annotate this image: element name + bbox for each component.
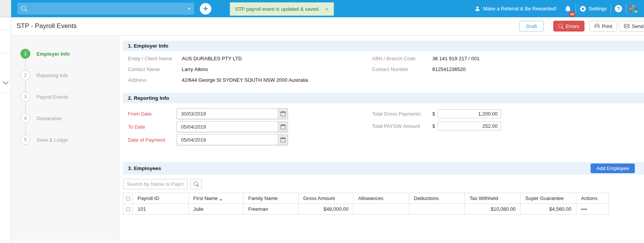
column-label: Gross Amount <box>303 195 335 201</box>
search-icon <box>21 6 27 12</box>
reporting-totals: Total Gross Payments $ Total PAYGW Amoun… <box>372 108 501 147</box>
contact-number-label: Contact Number <box>372 66 432 73</box>
abn-branch-value: 36 141 919 217 / 001 <box>432 55 644 62</box>
table-row: 101 Julie Freeman $48,000.00 $10,080.00 … <box>123 204 609 215</box>
calendar-icon[interactable] <box>278 108 288 119</box>
payment-date-input[interactable] <box>177 134 278 145</box>
send-mail-button[interactable]: Send M <box>619 21 644 31</box>
reporting-dates: From Date To Date Date of Pa <box>123 108 293 147</box>
cell-family-name: Freeman <box>244 204 299 215</box>
from-date-group <box>177 108 288 119</box>
divider <box>0 93 11 93</box>
contact-number-value: 612541236520 <box>432 66 644 73</box>
contact-name-value: Larry Atkins <box>182 66 372 73</box>
step-number: 3 <box>20 92 30 102</box>
divider <box>0 30 11 30</box>
draft-label: Draft <box>526 23 537 29</box>
from-date-label: From Date <box>123 111 177 117</box>
wizard-step-declaration[interactable]: 4 Declaration <box>20 113 62 123</box>
envelope-icon <box>624 23 629 29</box>
to-date-input[interactable] <box>177 121 278 132</box>
apps-grid-icon[interactable] <box>629 5 637 13</box>
from-date-row: From Date <box>123 108 293 119</box>
notification-count-badge: 20 <box>569 11 575 17</box>
settings-button[interactable]: Settings <box>576 6 611 12</box>
page-header: STP - Payroll Events Draft Errors Print … <box>11 17 644 36</box>
settings-label: Settings <box>589 6 607 12</box>
column-label: First Name <box>193 195 218 201</box>
search-dropdown-caret-icon[interactable]: ▾ <box>188 6 190 11</box>
step-label: Payroll Events <box>37 94 68 100</box>
section-title: 1. Employer Info <box>128 43 168 49</box>
column-header-super-guarantee[interactable]: Super Guarantee <box>521 193 576 204</box>
total-paygw-input[interactable] <box>438 122 501 131</box>
wizard-step-employer-info[interactable]: 1 Employer Info <box>20 49 70 59</box>
column-header-gross-amount[interactable]: Gross Amount <box>299 193 354 204</box>
global-search-box[interactable]: ▾ <box>17 3 194 15</box>
employee-search-button[interactable] <box>190 179 202 189</box>
person-icon <box>475 6 480 12</box>
column-header-first-name[interactable]: First Name▲ <box>189 193 244 204</box>
bell-icon <box>565 6 571 12</box>
step-label: Declaration <box>37 116 62 121</box>
calendar-icon[interactable] <box>278 121 288 132</box>
total-paygw-label: Total PAYGW Amount <box>372 123 432 129</box>
divider <box>0 53 11 53</box>
wizard-step-payroll-events[interactable]: 3 Payroll Events <box>20 92 68 102</box>
print-button[interactable]: Print <box>589 21 617 31</box>
contact-name-label: Contact Name <box>128 66 182 73</box>
wizard-step-save-lodge[interactable]: 5 Save & Lodge <box>20 135 68 145</box>
employer-info-fields: Entity / Client Name AUS DURABLES PTY LT… <box>123 55 644 84</box>
step-label: Employer Info <box>37 51 70 57</box>
employee-search-input[interactable] <box>123 179 188 189</box>
add-employee-button[interactable]: Add Employee <box>591 164 635 173</box>
send-mail-label: Send M <box>632 23 644 29</box>
sort-ascending-icon: ▲ <box>219 198 222 201</box>
draft-status-button[interactable]: Draft <box>519 21 544 31</box>
toast-close-icon[interactable]: × <box>325 6 329 12</box>
column-header-deductions[interactable]: Deductions <box>409 193 465 204</box>
total-gross-row: Total Gross Payments $ <box>372 109 501 119</box>
toast-message: STP payroll event is updated & saved. <box>235 6 320 12</box>
calendar-icon[interactable] <box>278 134 288 145</box>
reporting-info-fields: From Date To Date Date of Pa <box>123 108 644 147</box>
cell-super-guarantee: $4,560.00 <box>521 204 576 215</box>
step-number: 2 <box>20 70 30 80</box>
errors-label: Errors <box>566 23 579 29</box>
column-header-family-name[interactable]: Family Name <box>244 193 299 204</box>
print-label: Print <box>602 23 612 29</box>
column-header-payroll-id[interactable]: Payroll ID <box>133 193 189 204</box>
add-new-button[interactable]: + <box>200 3 211 15</box>
section-header-reporting-info: 2. Reporting Info <box>123 93 644 103</box>
toast-notification: STP payroll event is updated & saved. × <box>230 2 334 16</box>
row-actions-menu[interactable]: ••• <box>581 206 588 212</box>
column-header-tax-withheld[interactable]: Tax Withheld <box>465 193 521 204</box>
select-all-checkbox[interactable] <box>126 197 130 201</box>
currency-symbol: $ <box>432 123 438 129</box>
from-date-input[interactable] <box>177 108 278 119</box>
total-gross-input[interactable] <box>438 109 501 118</box>
referral-link[interactable]: Make a Referral & Be Rewarded! <box>471 6 560 12</box>
divider <box>626 4 626 14</box>
currency-symbol: $ <box>432 111 438 117</box>
employees-table: Payroll ID First Name▲ Family Name Gross… <box>123 193 609 215</box>
errors-button[interactable]: Errors <box>553 21 584 31</box>
gear-icon <box>580 6 586 12</box>
payment-date-row: Date of Payment <box>123 134 293 145</box>
strip-top-block <box>0 0 11 17</box>
referral-label: Make a Referral & Be Rewarded! <box>483 6 556 12</box>
step-number: 1 <box>20 49 30 59</box>
column-label: Actions <box>581 195 598 201</box>
notifications-button[interactable]: 20 <box>560 6 576 12</box>
topbar-right-group: Make a Referral & Be Rewarded! 20 Settin… <box>471 0 644 17</box>
global-search-input[interactable] <box>30 6 188 12</box>
column-header-allowances[interactable]: Allowances <box>354 193 409 204</box>
magnifier-icon <box>558 24 563 29</box>
chevron-down-icon[interactable] <box>2 81 9 85</box>
help-button[interactable]: ? <box>611 5 626 12</box>
cell-tax-withheld: $10,080.00 <box>465 204 521 215</box>
column-label: Allowances <box>358 195 383 201</box>
entity-name-label: Entity / Client Name <box>128 55 182 62</box>
wizard-step-reporting-info[interactable]: 2 Reporting Info <box>20 70 68 80</box>
row-checkbox[interactable] <box>126 207 130 212</box>
